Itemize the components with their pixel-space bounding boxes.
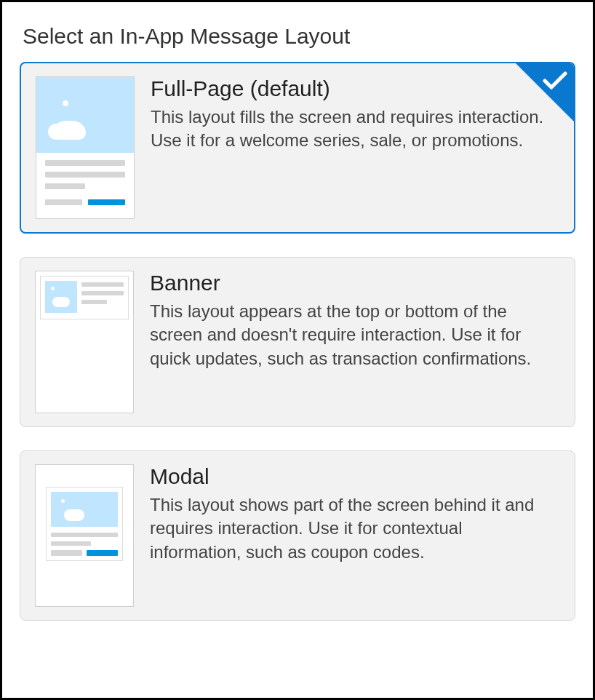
modal-thumbnail — [35, 464, 134, 607]
layout-picker-dialog: Select an In-App Message Layout — [0, 0, 595, 700]
layout-option-modal[interactable]: Modal This layout shows part of the scre… — [20, 450, 575, 621]
option-body: Banner This layout appears at the top or… — [150, 271, 560, 370]
option-description: This layout fills the screen and require… — [151, 106, 558, 153]
full-page-thumbnail — [36, 76, 135, 219]
option-title: Full-Page (default) — [151, 76, 559, 101]
option-description: This layout shows part of the screen beh… — [150, 493, 557, 564]
option-title: Banner — [150, 271, 560, 295]
option-title: Modal — [150, 464, 560, 489]
option-description: This layout appears at the top or bottom… — [150, 300, 557, 370]
dialog-title: Select an In-App Message Layout — [23, 24, 575, 49]
checkmark-icon — [542, 71, 568, 94]
layout-option-banner[interactable]: Banner This layout appears at the top or… — [20, 257, 575, 427]
option-body: Modal This layout shows part of the scre… — [150, 464, 560, 564]
option-body: Full-Page (default) This layout fills th… — [151, 76, 559, 153]
banner-thumbnail — [35, 271, 134, 413]
layout-option-full-page[interactable]: Full-Page (default) This layout fills th… — [20, 62, 575, 234]
